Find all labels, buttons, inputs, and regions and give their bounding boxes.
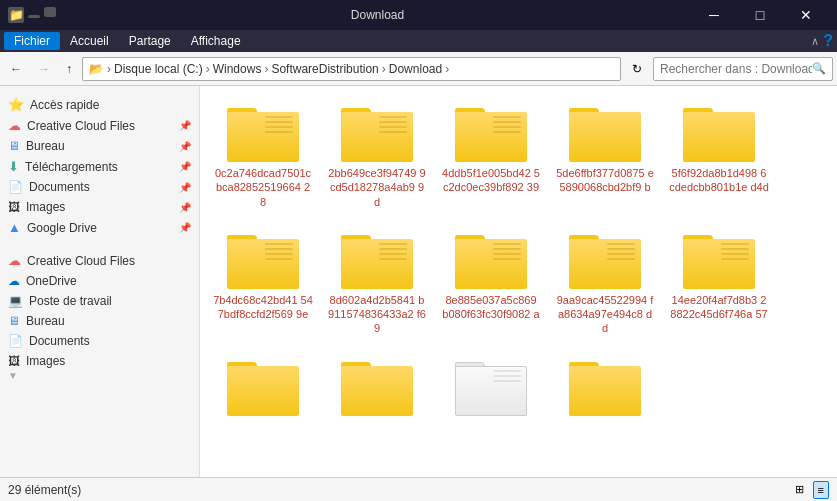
folder-item[interactable]: 5de6ffbf377d0875 e5890068cbd2bf9 b (550, 94, 660, 217)
maximize-quick (44, 7, 56, 17)
status-right: ⊞ ≡ (790, 480, 829, 499)
back-button[interactable]: ← (4, 58, 28, 80)
folder-icon-6 (341, 229, 413, 289)
breadcrumb-softwaredist[interactable]: SoftwareDistribution (271, 62, 378, 76)
folder-item[interactable] (322, 348, 432, 428)
close-button[interactable]: ✕ (783, 0, 829, 30)
menu-accueil[interactable]: Accueil (60, 32, 119, 50)
sidebar-item-docs[interactable]: 📄 Documents 📌 (0, 177, 199, 197)
folder-item[interactable] (550, 348, 660, 428)
view-grid-button[interactable]: ⊞ (790, 480, 809, 499)
folder-item[interactable] (436, 348, 546, 428)
folder-item[interactable]: 7b4dc68c42bd41 547bdf8ccfd2f569 9e (208, 221, 318, 344)
sidebar-label-gd: Google Drive (27, 221, 97, 235)
folder-item[interactable]: 8d602a4d2b5841 b911574836433a2 f69 (322, 221, 432, 344)
od-icon: ☁ (8, 274, 20, 288)
folder-name-6: 8d602a4d2b5841 b911574836433a2 f69 (327, 293, 427, 336)
help-icon[interactable]: ? (823, 32, 833, 50)
sidebar-item-telecharge[interactable]: ⬇ Téléchargements 📌 (0, 156, 199, 177)
breadcrumb-download[interactable]: Download (389, 62, 442, 76)
docs-icon: 📄 (8, 180, 23, 194)
sidebar-label-bureau2: Bureau (26, 314, 65, 328)
scrollbar-hint: ▼ (0, 371, 199, 379)
pin-icon3: 📌 (179, 161, 191, 172)
pc-icon: 💻 (8, 294, 23, 308)
up-button[interactable]: ↑ (60, 58, 78, 80)
folder-item[interactable] (208, 348, 318, 428)
folder-icon-7 (455, 229, 527, 289)
folder-item[interactable]: 9aa9cac45522994 fa8634a97e494c8 dd (550, 221, 660, 344)
pin-icon: 📌 (179, 120, 191, 131)
sidebar-label-img: Images (26, 200, 65, 214)
refresh-button[interactable]: ↻ (625, 58, 649, 80)
sidebar-item-pc[interactable]: 💻 Poste de travail (0, 291, 199, 311)
sidebar-item-cc-files[interactable]: ☁ Creative Cloud Files 📌 (0, 115, 199, 136)
folder-icon-9 (683, 229, 755, 289)
folder-item[interactable]: 0c2a746dcad7501cbca82852519664 28 (208, 94, 318, 217)
main-area: ⭐ Accès rapide ☁ Creative Cloud Files 📌 … (0, 86, 837, 477)
folder-item[interactable]: 14ee20f4af7d8b3 28822c45d6f746a 57 (664, 221, 774, 344)
folder-item[interactable]: 4ddb5f1e005bd42 5c2dc0ec39bf892 39 (436, 94, 546, 217)
sidebar-label-cc: Creative Cloud Files (27, 119, 135, 133)
sidebar-item-images[interactable]: 🖼 Images 📌 (0, 197, 199, 217)
folder-icon-3 (569, 102, 641, 162)
sidebar-item-images2[interactable]: 🖼 Images (0, 351, 199, 371)
search-box[interactable]: 🔍 (653, 57, 833, 81)
folder-icon-13 (569, 356, 641, 416)
folder-icon-0 (227, 102, 299, 162)
breadcrumb[interactable]: 📂 › Disque local (C:) › Windows › Softwa… (82, 57, 621, 81)
address-bar: ← → ↑ 📂 › Disque local (C:) › Windows › … (0, 52, 837, 86)
window-title: Download (64, 8, 691, 22)
title-bar-icons: 📁 (8, 7, 56, 23)
search-icon: 🔍 (812, 62, 826, 75)
cc2-icon: ☁ (8, 253, 21, 268)
folder-name-1: 2bb649ce3f94749 9cd5d18278a4ab9 9d (327, 166, 427, 209)
menu-partage[interactable]: Partage (119, 32, 181, 50)
docs2-icon: 📄 (8, 334, 23, 348)
folder-icon-10 (227, 356, 299, 416)
maximize-button[interactable]: □ (737, 0, 783, 30)
sidebar-item-gdrive[interactable]: ▲ Google Drive 📌 (0, 217, 199, 238)
folder-item[interactable]: 8e885e037a5c869 b080f63fc30f9082 a (436, 221, 546, 344)
pin-icon6: 📌 (179, 222, 191, 233)
folder-item[interactable]: 2bb649ce3f94749 9cd5d18278a4ab9 9d (322, 94, 432, 217)
sidebar-label-pc: Poste de travail (29, 294, 112, 308)
img2-icon: 🖼 (8, 354, 20, 368)
window-controls: ─ □ ✕ (691, 0, 829, 30)
folder-item[interactable]: 5f6f92da8b1d498 6cdedcbb801b1e d4d (664, 94, 774, 217)
breadcrumb-windows[interactable]: Windows (213, 62, 262, 76)
gd-icon: ▲ (8, 220, 21, 235)
pin-icon2: 📌 (179, 141, 191, 152)
breadcrumb-c[interactable]: Disque local (C:) (114, 62, 203, 76)
sidebar-label-cc2: Creative Cloud Files (27, 254, 135, 268)
view-list-button[interactable]: ≡ (813, 481, 829, 499)
folder-icon-8 (569, 229, 641, 289)
content-area: 0c2a746dcad7501cbca82852519664 28 2bb649… (200, 86, 837, 477)
status-bar: 29 élément(s) ⊞ ≡ (0, 477, 837, 501)
menu-fichier[interactable]: Fichier (4, 32, 60, 50)
menu-expand[interactable]: ∧ (811, 35, 819, 48)
img-icon: 🖼 (8, 200, 20, 214)
folder-name-0: 0c2a746dcad7501cbca82852519664 28 (213, 166, 313, 209)
folder-name-3: 5de6ffbf377d0875 e5890068cbd2bf9 b (555, 166, 655, 195)
sidebar-label-img2: Images (26, 354, 65, 368)
dl-icon: ⬇ (8, 159, 19, 174)
cc-icon: ☁ (8, 118, 21, 133)
sidebar-label-bureau: Bureau (26, 139, 65, 153)
sidebar-item-quick-access[interactable]: ⭐ Accès rapide (0, 94, 199, 115)
bureau-icon: 🖥 (8, 139, 20, 153)
search-input[interactable] (660, 62, 812, 76)
sidebar-item-onedrive[interactable]: ☁ OneDrive (0, 271, 199, 291)
folder-icon-12 (455, 356, 527, 416)
sidebar-item-bureau[interactable]: 🖥 Bureau 📌 (0, 136, 199, 156)
menu-affichage[interactable]: Affichage (181, 32, 251, 50)
sidebar-item-docs2[interactable]: 📄 Documents (0, 331, 199, 351)
sidebar-item-bureau2[interactable]: 🖥 Bureau (0, 311, 199, 331)
minimize-button[interactable]: ─ (691, 0, 737, 30)
sidebar-item-cc2[interactable]: ☁ Creative Cloud Files (0, 250, 199, 271)
folder-name-4: 5f6f92da8b1d498 6cdedcbb801b1e d4d (669, 166, 769, 195)
folder-icon-2 (455, 102, 527, 162)
status-count: 29 élément(s) (8, 483, 81, 497)
menu-right: ∧ ? (811, 32, 833, 50)
forward-button[interactable]: → (32, 58, 56, 80)
